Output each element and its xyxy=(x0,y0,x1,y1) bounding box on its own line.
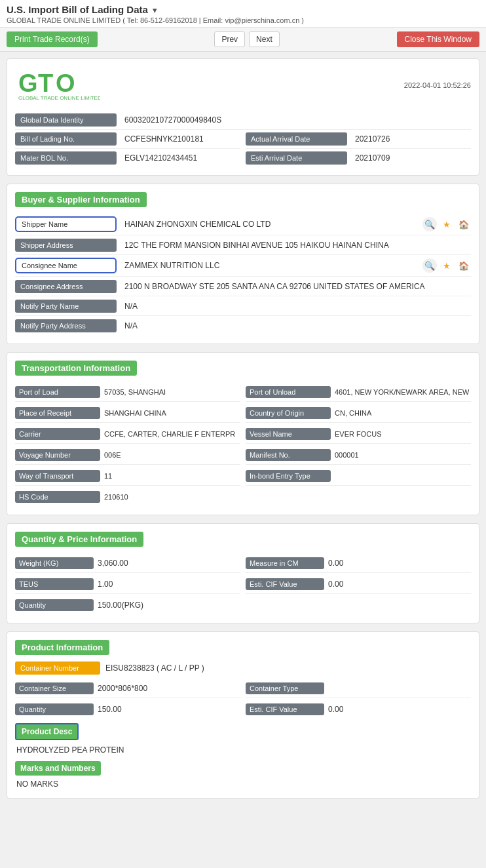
in-bond-entry-row: In-bond Entry Type xyxy=(246,466,471,486)
svg-text:O: O xyxy=(56,69,75,97)
quantity-row: Quantity 150.00(PKG) xyxy=(15,595,471,615)
next-button[interactable]: Next xyxy=(249,31,280,47)
consignee-address-row: Consignee Address 2100 N BROADWAY STE 20… xyxy=(15,277,471,296)
container-size-label: Container Size xyxy=(15,682,94,694)
mater-bol-no-value: EGLV142102434451 xyxy=(122,152,240,164)
carrier-row: Carrier CCFE, CARTER, CHARLIE F ENTERPR xyxy=(15,424,240,444)
vessel-name-value: EVER FOCUS xyxy=(335,430,382,438)
place-of-receipt-row: Place of Receipt SHANGHAI CHINA xyxy=(15,403,240,423)
logo-card: G T O GLOBAL TRADE ONLINE LIMITED 2022-0… xyxy=(7,58,479,176)
consignee-home-icon[interactable]: 🏠 xyxy=(457,258,471,273)
notify-party-address-label: Notify Party Address xyxy=(15,319,117,332)
consignee-address-value: 2100 N BROADWAY STE 205 SANTA ANA CA 927… xyxy=(122,281,471,292)
teus-value: 1.00 xyxy=(98,580,113,589)
shipper-search-icon[interactable]: 🔍 xyxy=(422,217,437,231)
prod-quantity-label: Quantity xyxy=(15,703,94,715)
shipper-name-value: HAINAN ZHONGXIN CHEMICAL CO LTD xyxy=(122,218,417,230)
quantity-label: Quantity xyxy=(15,599,94,611)
actual-arrival-date-value: 20210726 xyxy=(352,133,471,145)
bill-of-lading-no-value: CCFESHNYK2100181 xyxy=(122,133,240,145)
esti-arrival-date-value: 20210709 xyxy=(352,152,471,164)
measure-cm-value: 0.00 xyxy=(328,559,343,568)
toolbar: Print Trade Record(s) Prev Next Close Th… xyxy=(0,28,486,52)
weight-kg-value: 3,060.00 xyxy=(98,559,128,568)
svg-text:GLOBAL TRADE ONLINE LIMITED: GLOBAL TRADE ONLINE LIMITED xyxy=(18,95,100,101)
product-desc-value: HYDROLYZED PEA PROTEIN xyxy=(15,743,471,757)
transport-grid: Port of Load 57035, SHANGHAI Port of Unl… xyxy=(15,382,471,507)
prod-quantity-value: 150.00 xyxy=(98,705,122,714)
global-data-identity-label: Global Data Identity xyxy=(15,113,117,127)
page-title: U.S. Import Bill of Lading Data xyxy=(7,4,148,15)
port-of-load-value: 57035, SHANGHAI xyxy=(104,388,166,396)
prod-esti-cif-row: Esti. CIF Value 0.00 xyxy=(246,700,471,719)
container-type-row: Container Type xyxy=(246,679,471,698)
bol-row: Bill of Lading No. CCFESHNYK2100181 Actu… xyxy=(15,130,471,149)
mater-bol-section: Mater BOL No. EGLV142102434451 xyxy=(15,149,240,167)
bill-of-lading-no-label: Bill of Lading No. xyxy=(15,132,117,146)
voyage-number-label: Voyage Number xyxy=(15,449,100,461)
consignee-star-icon[interactable]: ★ xyxy=(439,258,454,273)
product-card: Product Information Container Number EIS… xyxy=(7,631,479,799)
shipper-home-icon[interactable]: 🏠 xyxy=(457,217,471,231)
mater-bol-row: Mater BOL No. EGLV142102434451 Esti Arri… xyxy=(15,149,471,167)
transportation-card: Transportation Information Port of Load … xyxy=(7,352,479,515)
top-bar: U.S. Import Bill of Lading Data ▾ GLOBAL… xyxy=(0,0,486,28)
prod-quantity-row: Quantity 150.00 xyxy=(15,700,240,719)
consignee-name-row: Consignee Name ZAMMEX NUTRITION LLC 🔍 ★ … xyxy=(15,255,471,277)
shipper-address-row: Shipper Address 12C THE FORM MANSION BIN… xyxy=(15,235,471,255)
dropdown-arrow[interactable]: ▾ xyxy=(153,5,157,15)
manifest-no-value: 000001 xyxy=(335,451,359,459)
logo-row: G T O GLOBAL TRADE ONLINE LIMITED 2022-0… xyxy=(15,67,471,103)
place-of-receipt-value: SHANGHAI CHINA xyxy=(104,409,166,417)
country-of-origin-row: Country of Origin CN, CHINA xyxy=(246,403,471,423)
notify-party-name-label: Notify Party Name xyxy=(15,300,117,313)
close-button[interactable]: Close This Window xyxy=(397,31,479,47)
port-of-load-label: Port of Load xyxy=(15,386,100,398)
consignee-address-label: Consignee Address xyxy=(15,280,117,293)
bol-no-section: Bill of Lading No. CCFESHNYK2100181 xyxy=(15,130,240,149)
prod-esti-cif-value: 0.00 xyxy=(328,705,343,714)
shipper-star-icon[interactable]: ★ xyxy=(439,217,454,231)
voyage-number-row: Voyage Number 006E xyxy=(15,445,240,465)
container-size-value: 2000*806*800 xyxy=(98,684,147,693)
shipper-address-label: Shipper Address xyxy=(15,239,117,252)
country-of-origin-value: CN, CHINA xyxy=(335,409,371,417)
qty-grid: Weight (KG) 3,060.00 Measure in CM 0.00 … xyxy=(15,553,471,615)
nav-buttons: Prev Next xyxy=(103,31,392,47)
place-of-receipt-label: Place of Receipt xyxy=(15,407,100,419)
timestamp: 2022-04-01 10:52:26 xyxy=(404,81,471,89)
esti-cif-value: 0.00 xyxy=(328,580,343,589)
main-content: G T O GLOBAL TRADE ONLINE LIMITED 2022-0… xyxy=(0,52,486,813)
print-button[interactable]: Print Trade Record(s) xyxy=(7,31,98,47)
product-desc-label: Product Desc xyxy=(15,723,79,740)
consignee-name-value: ZAMMEX NUTRITION LLC xyxy=(122,260,417,271)
quantity-price-title: Quantity & Price Information xyxy=(15,532,143,547)
consignee-name-label: Consignee Name xyxy=(15,258,117,273)
actual-arrival-date-label: Actual Arrival Date xyxy=(246,132,347,146)
way-of-transport-value: 11 xyxy=(104,472,112,480)
logo: G T O GLOBAL TRADE ONLINE LIMITED xyxy=(15,67,100,103)
way-of-transport-row: Way of Transport 11 xyxy=(15,466,240,486)
quantity-price-card: Quantity & Price Information Weight (KG)… xyxy=(7,523,479,623)
carrier-label: Carrier xyxy=(15,428,100,440)
svg-text:T: T xyxy=(38,69,53,97)
notify-party-name-row: Notify Party Name N/A xyxy=(15,296,471,316)
container-type-label: Container Type xyxy=(246,682,324,694)
esti-arrival-section: Esti Arrival Date 20210709 xyxy=(246,149,471,167)
prev-button[interactable]: Prev xyxy=(214,31,245,47)
weight-kg-label: Weight (KG) xyxy=(15,557,94,569)
consignee-search-icon[interactable]: 🔍 xyxy=(422,258,437,273)
manifest-no-row: Manifest No. 000001 xyxy=(246,445,471,465)
teus-row: TEUS 1.00 xyxy=(15,574,240,594)
subtitle: GLOBAL TRADE ONLINE LIMITED ( Tel: 86-51… xyxy=(7,16,479,24)
measure-cm-row: Measure in CM 0.00 xyxy=(246,553,471,573)
hs-code-row: HS Code 210610 xyxy=(15,487,471,507)
vessel-name-label: Vessel Name xyxy=(246,428,331,440)
esti-cif-label: Esti. CIF Value xyxy=(246,578,324,590)
shipper-name-icons: 🔍 ★ 🏠 xyxy=(422,217,471,231)
shipper-name-row: Shipper Name HAINAN ZHONGXIN CHEMICAL CO… xyxy=(15,214,471,235)
measure-cm-label: Measure in CM xyxy=(246,557,324,569)
weight-row: Weight (KG) 3,060.00 xyxy=(15,553,240,573)
prod-grid: Container Size 2000*806*800 Container Ty… xyxy=(15,679,471,719)
transportation-title: Transportation Information xyxy=(15,361,137,376)
